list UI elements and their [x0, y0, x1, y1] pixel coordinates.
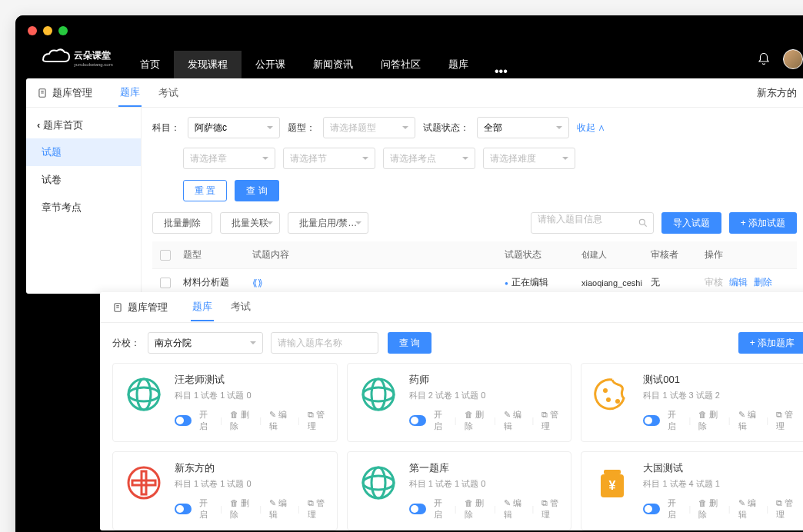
add-bank-button[interactable]: + 添加题库: [738, 332, 803, 354]
op-edit[interactable]: ✎ 编辑: [504, 497, 525, 520]
op-delete[interactable]: 删除: [754, 276, 772, 289]
col-ops: 操作: [705, 248, 797, 261]
op-edit[interactable]: ✎ 编辑: [738, 409, 759, 432]
bank-meta: 科目 2 试卷 1 试题 0: [409, 390, 562, 401]
op-manage[interactable]: ⧉ 管理: [308, 409, 328, 432]
bank-toggle[interactable]: [409, 504, 426, 514]
bank-query-button[interactable]: 查 询: [388, 332, 431, 354]
difficulty-select[interactable]: 请选择难度: [483, 148, 575, 169]
nav-发现课程[interactable]: 发现课程: [174, 51, 242, 78]
op-edit[interactable]: ✎ 编辑: [738, 497, 759, 520]
svg-text:yunduoketang.com: yunduoketang.com: [74, 62, 113, 67]
batch-delete-button[interactable]: 批量删除: [152, 212, 212, 234]
sidebar-item-章节考点[interactable]: 章节考点: [26, 194, 141, 221]
op-edit[interactable]: 编辑: [729, 276, 748, 289]
zoom-dot[interactable]: [58, 26, 68, 35]
op-review[interactable]: 审核: [705, 276, 723, 289]
questions-table: 题型 试题内容 试题状态 创建人 审核者 操作 材料分析题⟪⟫正在编辑xiaoq…: [152, 241, 797, 297]
tab-考试[interactable]: 考试: [157, 80, 180, 106]
sidebar-item-试题[interactable]: 试题: [26, 138, 141, 166]
bank-toggle[interactable]: [175, 504, 192, 514]
type-select[interactable]: 请选择题型: [323, 117, 415, 138]
svg-rect-20: [142, 471, 146, 494]
nav-问答社区[interactable]: 问答社区: [367, 51, 435, 78]
select-all-checkbox[interactable]: [160, 250, 171, 261]
svg-point-15: [372, 379, 385, 410]
op-manage[interactable]: ⧉ 管理: [776, 497, 796, 520]
op-delete[interactable]: 🗑 删除: [698, 409, 720, 432]
batch-relate-button[interactable]: 批量关联: [220, 212, 280, 234]
bank-card[interactable]: ¥大国测试科目 1 试卷 4 试题 1开启|🗑 删除|✎ 编辑|⧉ 管理: [581, 451, 803, 530]
collapse-filters[interactable]: 收起: [577, 121, 605, 135]
question-search-input[interactable]: 请输入题目信息: [531, 212, 654, 234]
p2-tab-题库[interactable]: 题库: [191, 294, 214, 321]
svg-text:¥: ¥: [609, 479, 616, 492]
query-button[interactable]: 查 询: [235, 180, 278, 201]
op-manage[interactable]: ⧉ 管理: [541, 497, 561, 520]
bank-card[interactable]: 汪老师测试科目 1 试卷 1 试题 0开启|🗑 删除|✎ 编辑|⧉ 管理: [112, 363, 338, 442]
col-reviewer: 审核者: [651, 248, 705, 261]
op-manage[interactable]: ⧉ 管理: [308, 497, 328, 520]
minimize-dot[interactable]: [43, 26, 52, 35]
add-question-button[interactable]: + 添加试题: [729, 212, 797, 234]
bank-card[interactable]: 第一题库科目 1 试卷 1 试题 0开启|🗑 删除|✎ 编辑|⧉ 管理: [347, 451, 572, 530]
top-navbar: 云朵课堂 yunduoketang.com 首页发现课程公开课新闻资讯问答社区题…: [15, 15, 803, 78]
op-manage[interactable]: ⧉ 管理: [776, 409, 796, 432]
op-edit[interactable]: ✎ 编辑: [504, 409, 525, 432]
sidebar-item-试卷[interactable]: 试卷: [26, 166, 141, 194]
bank-card[interactable]: 药师科目 2 试卷 1 试题 0开启|🗑 删除|✎ 编辑|⧉ 管理: [347, 363, 572, 442]
point-select[interactable]: 请选择考点: [383, 148, 475, 169]
op-delete[interactable]: 🗑 删除: [465, 497, 486, 520]
chapter-select[interactable]: 请选择章: [183, 148, 275, 169]
breadcrumb-title: 题库管理: [52, 86, 92, 100]
status-select[interactable]: 全部: [477, 117, 569, 138]
bank-name-input[interactable]: 请输入题库名称: [271, 332, 378, 354]
bank-toggle[interactable]: [643, 504, 660, 514]
bank-meta: 科目 1 试卷 1 试题 0: [175, 478, 328, 490]
nav-公开课[interactable]: 公开课: [242, 51, 299, 78]
section-select[interactable]: 请选择节: [283, 148, 375, 169]
svg-point-17: [606, 397, 611, 402]
op-manage[interactable]: ⧉ 管理: [541, 409, 561, 432]
bell-icon[interactable]: [757, 52, 771, 66]
back-to-bank-home[interactable]: 题库首页: [26, 112, 141, 138]
op-delete[interactable]: 🗑 删除: [465, 409, 486, 432]
bank-title: 汪老师测试: [175, 373, 328, 387]
op-edit[interactable]: ✎ 编辑: [269, 497, 290, 520]
bank-card[interactable]: 新东方的科目 1 试卷 1 试题 0开启|🗑 删除|✎ 编辑|⧉ 管理: [112, 451, 338, 530]
bank-toggle[interactable]: [409, 415, 426, 426]
op-delete[interactable]: 🗑 删除: [230, 497, 252, 520]
op-edit[interactable]: ✎ 编辑: [269, 409, 290, 432]
close-dot[interactable]: [28, 26, 37, 35]
question-management-panel: 题库管理 题库考试 新东方的 题库首页 试题试卷章节考点 科目： 阿萨德c 题型…: [26, 78, 803, 294]
svg-point-11: [128, 387, 159, 401]
tab-题库[interactable]: 题库: [118, 79, 142, 107]
branch-select[interactable]: 南京分院: [148, 332, 263, 354]
bank-card[interactable]: 测试001科目 1 试卷 3 试题 2开启|🗑 删除|✎ 编辑|⧉ 管理: [581, 363, 803, 442]
nav-more-icon[interactable]: •••: [482, 65, 520, 78]
nav-首页[interactable]: 首页: [126, 51, 174, 78]
bank-toggle[interactable]: [175, 415, 192, 426]
brand-logo[interactable]: 云朵课堂 yunduoketang.com: [15, 46, 126, 78]
op-delete[interactable]: 🗑 删除: [230, 409, 252, 432]
reset-button[interactable]: 重 置: [183, 180, 227, 201]
cell-reviewer: 无: [651, 276, 705, 289]
bank-icon: [357, 461, 400, 504]
p2-tab-考试[interactable]: 考试: [229, 294, 252, 321]
row-checkbox[interactable]: [160, 278, 171, 288]
bank-toggle[interactable]: [643, 415, 660, 426]
op-delete[interactable]: 🗑 删除: [698, 497, 720, 520]
bank-icon: [122, 373, 165, 416]
main-nav: 首页发现课程公开课新闻资讯问答社区题库: [126, 51, 482, 78]
batch-toggle-button[interactable]: 批量启用/禁…: [288, 212, 368, 234]
user-avatar[interactable]: [783, 49, 803, 69]
bank-meta: 科目 1 试卷 1 试题 0: [175, 390, 328, 401]
nav-新闻资讯[interactable]: 新闻资讯: [299, 51, 367, 78]
nav-题库[interactable]: 题库: [435, 51, 482, 78]
svg-point-16: [603, 388, 608, 393]
subject-select[interactable]: 阿萨德c: [188, 117, 280, 138]
bank-title: 药师: [409, 373, 562, 387]
bank-title: 第一题库: [409, 461, 562, 475]
import-button[interactable]: 导入试题: [661, 212, 721, 234]
col-content: 试题内容: [252, 248, 505, 261]
